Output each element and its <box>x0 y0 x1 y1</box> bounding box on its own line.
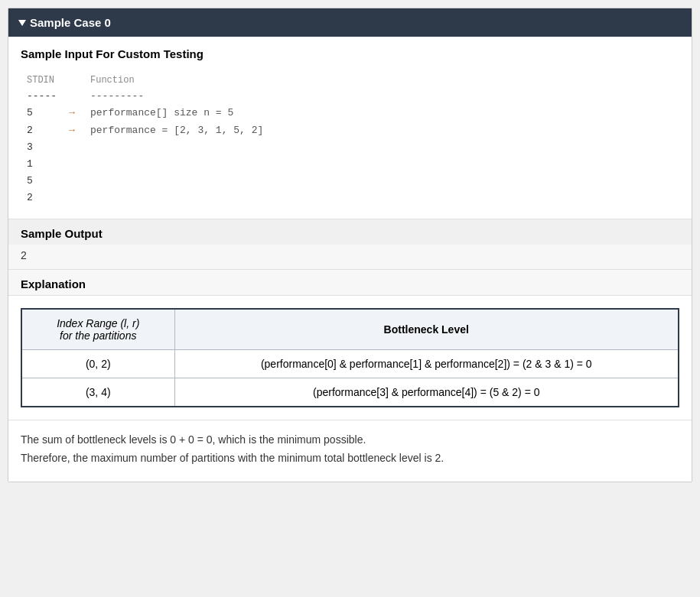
triangle-icon <box>18 20 26 26</box>
code-data-row-5: 2 <box>27 190 673 206</box>
func-val-1: performance = [2, 3, 1, 5, 2] <box>90 122 263 139</box>
function-col-header: Function <box>90 73 135 88</box>
stdin-val-3: 1 <box>27 156 69 173</box>
summary-section: The sum of bottleneck levels is 0 + 0 = … <box>8 420 692 482</box>
func-divider: --------- <box>90 88 144 105</box>
header-title: Sample Case 0 <box>30 16 111 29</box>
arrow-1: → <box>69 122 90 139</box>
sample-output-value: 2 <box>8 245 692 269</box>
code-divider-row: ----- --------- <box>27 88 673 105</box>
main-container: Sample Case 0 Sample Input For Custom Te… <box>8 8 692 482</box>
sample-input-title: Sample Input For Custom Testing <box>21 47 679 60</box>
range-cell-1: (3, 4) <box>21 378 174 407</box>
stdin-val-2: 3 <box>27 139 69 156</box>
func-val-0: performance[] size n = 5 <box>90 105 233 122</box>
explanation-section: Explanation <box>8 270 692 296</box>
stdin-val-5: 2 <box>27 190 69 206</box>
stdin-val-4: 5 <box>27 173 69 190</box>
table-header-row: Index Range (l, r) for the partitions Bo… <box>21 309 679 350</box>
code-data-row-1: 2 → performance = [2, 3, 1, 5, 2] <box>27 122 673 139</box>
explanation-title: Explanation <box>21 277 679 290</box>
stdin-val-0: 5 <box>27 105 69 122</box>
range-cell-0: (0, 2) <box>21 350 174 378</box>
table-row-0: (0, 2) (performance[0] & performance[1] … <box>21 350 679 378</box>
arrow-0: → <box>69 105 90 122</box>
code-data-row-0: 5 → performance[] size n = 5 <box>27 105 673 122</box>
sample-output-title: Sample Output <box>8 219 692 245</box>
code-data-row-4: 5 <box>27 173 673 190</box>
stdin-col-header: STDIN <box>27 73 69 88</box>
code-header-row: STDIN Function <box>27 73 673 88</box>
bottleneck-cell-0: (performance[0] & performance[1] & perfo… <box>174 350 679 378</box>
table-row-1: (3, 4) (performance[3] & performance[4])… <box>21 378 679 407</box>
code-table: STDIN Function ----- --------- 5 → perfo… <box>21 70 679 213</box>
summary-line2: Therefore, the maximum number of partiti… <box>21 449 679 468</box>
code-data-row-2: 3 <box>27 139 673 156</box>
col1-header-line2: for the partitions <box>60 329 136 342</box>
stdin-divider: ----- <box>27 88 69 105</box>
table-col2-header: Bottleneck Level <box>174 309 679 350</box>
code-data-row-3: 1 <box>27 156 673 173</box>
partitions-table: Index Range (l, r) for the partitions Bo… <box>21 308 679 407</box>
summary-line1: The sum of bottleneck levels is 0 + 0 = … <box>21 431 679 449</box>
stdin-val-1: 2 <box>27 122 69 139</box>
sample-output-section: Sample Output 2 <box>8 219 692 270</box>
table-col1-header: Index Range (l, r) for the partitions <box>21 309 174 350</box>
col1-header-line1: Index Range (l, r) <box>57 317 139 329</box>
section-header: Sample Case 0 <box>8 8 692 37</box>
bottleneck-cell-1: (performance[3] & performance[4]) = (5 &… <box>174 378 679 407</box>
sample-input-section: Sample Input For Custom Testing STDIN Fu… <box>8 37 692 219</box>
table-section: Index Range (l, r) for the partitions Bo… <box>8 296 692 420</box>
